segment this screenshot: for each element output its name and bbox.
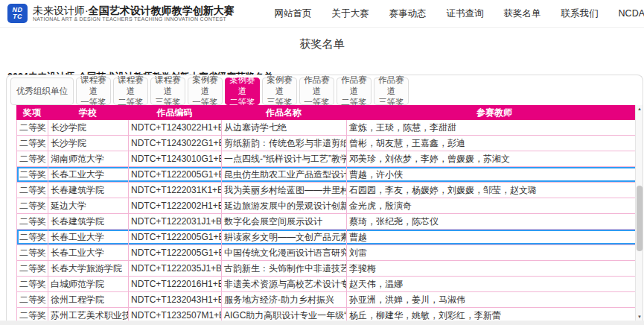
brand-subtitle: NATIONAL ART & DESIGN TEACHERS TEACHING … [33, 16, 235, 22]
tab-7[interactable]: 作品赛道一等奖 [299, 78, 334, 105]
cell-school: 长沙学院 [48, 120, 129, 135]
cell-code: NDTC+T1222016H1+B4+001 [129, 277, 222, 291]
cell-code: NDTC+T1232507M1+B2+001 [129, 308, 222, 321]
cell-code: NDTC+T1232043H1+B1+001 [129, 292, 222, 307]
scroll-up-arrow-icon[interactable]: ▲ [636, 105, 643, 113]
brand-logo-icon: ND TC [7, 4, 28, 23]
cell-award: 二等奖 [17, 245, 48, 260]
scrollbar-thumb[interactable] [637, 186, 643, 251]
cell-teachers: 金光虎，殷演奇 [347, 198, 643, 213]
table-row[interactable]: 二等奖苏州工艺美术职业技术学院NDTC+T1232507M1+B2+001AIG… [16, 308, 643, 321]
cell-school: 延边大学 [48, 198, 129, 213]
cell-school: 长沙学院 [48, 136, 129, 151]
cell-award: 二等奖 [17, 230, 48, 244]
tab-label-line1: 课程赛道 [114, 75, 147, 97]
brand-title: 未来设计师·全国艺术设计教师教学创新大赛 [33, 4, 235, 16]
cell-code: NDTC+T1243022G1+B3+002 [129, 136, 222, 151]
cell-teachers: 邓美珍，刘依梦，李婷，曾媛媛，苏湘文 [347, 151, 643, 166]
cell-work: 服务地方经济-助力乡村振兴 [222, 292, 347, 307]
cell-school: 长春建筑学院 [48, 214, 129, 229]
cell-school: 长春工业大学 [48, 167, 129, 182]
cell-teachers: 杨丘，柳建华，姚敏，刘彩红，李新蕾 [347, 308, 643, 321]
cell-school: 白城师范学院 [48, 277, 129, 291]
table-row[interactable]: 二等奖延边大学NDTC+T1222002H1+B1+002延边旅游发展中的景观设… [16, 198, 643, 214]
nav-link-1[interactable]: 关于大赛 [332, 7, 369, 20]
cell-award: 二等奖 [17, 167, 48, 182]
top-navbar: ND TC 未来设计师·全国艺术设计教师教学创新大赛 NATIONAL ART … [0, 0, 644, 28]
table-row[interactable]: 二等奖长春工业大学NDTC+T1222005G1+B1+001昆虫仿生助农工业产… [16, 167, 643, 183]
cell-code: NDTC+T1222002H1+B1+002 [129, 198, 222, 213]
cell-teachers: 童炼，王琰，陈慧，李甜甜 [347, 120, 643, 135]
cell-work: 数字化会展空间展示设计 [222, 214, 347, 229]
cell-school: 长春工业大学 [48, 245, 129, 260]
tab-1[interactable]: 课程赛道一等奖 [76, 78, 111, 105]
tab-3[interactable]: 课程赛道三等奖 [150, 78, 185, 105]
nav-link-3[interactable]: 证书查询 [447, 7, 484, 20]
cell-award: 二等奖 [17, 198, 48, 213]
table-row[interactable]: 二等奖长沙学院NDTC+T1243022H1+B2+002从边塞诗学七绝童炼，王… [16, 120, 643, 136]
cell-school: 长春工业大学 [48, 230, 129, 244]
table-row[interactable]: 二等奖长春建筑学院NDTC+T1222031J1+B2+001数字化会展空间展示… [16, 214, 643, 230]
table-row[interactable]: 二等奖长春建筑学院NDTC+T1222031K1+B1+002我为美丽乡村绘蓝图… [16, 183, 643, 198]
table-row[interactable]: 二等奖长春工业大学NDTC+T1222005G1+B3+001中国传统文化漫画设… [16, 245, 643, 261]
tab-label-line1: 案例赛道 [188, 75, 222, 97]
nav-link-4[interactable]: 获奖名单 [504, 7, 541, 20]
cell-teachers: 石园园，李友，杨媛婷，刘媛媛，邹莹，赵文璐 [347, 183, 643, 198]
table-row[interactable]: 二等奖长春大学旅游学院NDTC+T1222035J1+B3+001古韵新生：头饰… [16, 261, 643, 277]
tab-label-line1: 案例赛道 [263, 75, 296, 97]
tab-8[interactable]: 作品赛道二等奖 [337, 78, 372, 105]
cell-code: NDTC+T1222005G1+B3+005 [129, 230, 222, 244]
cell-work: 一点四线-“纸样设计与工艺”教学创新实践 [222, 151, 347, 166]
tab-label-line1: 作品赛道 [337, 75, 371, 97]
column-header-3: 作品名称 [221, 105, 346, 120]
cell-teachers: 孙亚洲，洪婵，姜川，马淑伟 [347, 292, 643, 307]
tab-6[interactable]: 案例赛道三等奖 [262, 78, 297, 105]
cell-school: 苏州工艺美术职业技术学院 [48, 308, 129, 321]
nav-link-5[interactable]: 联系我们 [561, 7, 599, 20]
cell-award: 二等奖 [17, 292, 48, 307]
cell-award: 二等奖 [17, 151, 48, 166]
cell-award: 二等奖 [17, 120, 48, 135]
cell-work: 延边旅游发展中的景观设计创新与数字化展示 [222, 198, 347, 213]
awards-table: 奖项学校作品编码作品名称参赛教师 二等奖长沙学院NDTC+T1243022H1+… [16, 105, 643, 321]
nav-links: 网站首页关于大赛赛事动态证书查询获奖名单联系我们NCDA大赛 [275, 7, 644, 20]
brand[interactable]: ND TC 未来设计师·全国艺术设计教师教学创新大赛 NATIONAL ART … [7, 4, 235, 23]
cell-work: 耕读家乡文明——文创产品元素挖掘与探索 [222, 230, 347, 244]
brand-text: 未来设计师·全国艺术设计教师教学创新大赛 NATIONAL ART & DESI… [33, 4, 235, 22]
nav-link-0[interactable]: 网站首页 [275, 7, 312, 20]
column-header-4: 参赛教师 [346, 105, 643, 120]
cell-work: 非遗美术资源与高校艺术设计专业产教融合 [222, 277, 347, 291]
cell-teachers: 曹越 [347, 230, 643, 244]
scroll-down-arrow-icon[interactable]: ▼ [636, 313, 643, 321]
tab-4[interactable]: 案例赛道一等奖 [188, 78, 223, 105]
table-row[interactable]: 二等奖长春工业大学NDTC+T1222005G1+B3+005耕读家乡文明——文… [16, 230, 643, 245]
table-row[interactable]: 二等奖湖南师范大学NDTC+T1243010G1+B4+001一点四线-“纸样设… [16, 151, 643, 167]
cell-teachers: 李骏梅 [347, 261, 643, 276]
cell-work: 古韵新生：头饰制作中非遗技艺创新实践 [222, 261, 347, 276]
cell-school: 湖南师范大学 [48, 151, 129, 166]
tab-5[interactable]: 案例赛道二等奖 [225, 78, 260, 105]
table-row[interactable]: 二等奖长沙学院NDTC+T1243022G1+B3+002剪纸新韵：传统色彩与非… [16, 136, 643, 151]
table-row[interactable]: 二等奖白城师范学院NDTC+T1222016H1+B4+001非遗美术资源与高校… [16, 277, 643, 292]
cell-school: 徐州工程学院 [48, 292, 129, 307]
nav-link-2[interactable]: 赛事动态 [389, 7, 427, 20]
table-row[interactable]: 二等奖徐州工程学院NDTC+T1232043H1+B1+001服务地方经济-助力… [16, 292, 643, 308]
tab-2[interactable]: 课程赛道二等奖 [113, 78, 148, 105]
cell-teachers: 刘雷 [347, 245, 643, 260]
column-header-1: 学校 [48, 105, 128, 120]
cell-code: NDTC+T1222031J1+B2+001 [129, 214, 222, 229]
cell-award: 二等奖 [17, 214, 48, 229]
awards-panel: 优秀组织单位课程赛道一等奖课程赛道二等奖课程赛道三等奖案例赛道一等奖案例赛道二等… [6, 75, 643, 321]
tab-0[interactable]: 优秀组织单位 [10, 78, 74, 105]
tab-label-line1: 优秀组织单位 [16, 86, 68, 97]
page-title: 获奖名单 [0, 37, 644, 51]
nav-link-6[interactable]: NCDA大赛 [619, 7, 644, 20]
vertical-scrollbar[interactable]: ▲ ▼ [635, 105, 643, 321]
tab-label-line1: 课程赛道 [77, 75, 110, 97]
tab-9[interactable]: 作品赛道三等奖 [374, 78, 409, 105]
cell-award: 二等奖 [17, 261, 48, 276]
table-body: 二等奖长沙学院NDTC+T1243022H1+B2+002从边塞诗学七绝童炼，王… [16, 120, 643, 321]
logo-text-bottom: TC [13, 13, 22, 20]
cell-work: 从边塞诗学七绝 [222, 120, 347, 135]
cell-code: NDTC+T1222005G1+B3+001 [129, 245, 222, 260]
